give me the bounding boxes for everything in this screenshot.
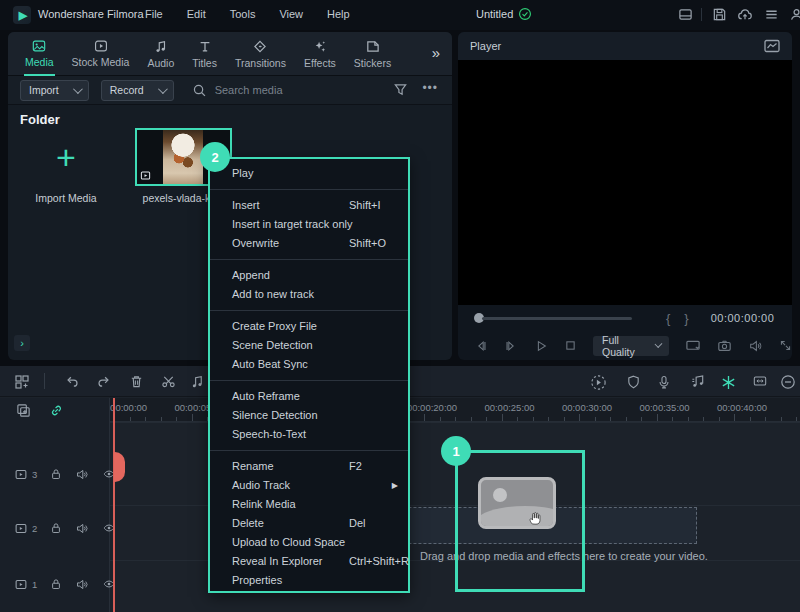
save-icon[interactable] <box>712 7 727 22</box>
tab-effects[interactable]: Effects <box>295 32 345 76</box>
menu-item-overwrite[interactable]: OverwriteShift+O <box>210 234 408 253</box>
mute-track-icon[interactable] <box>75 578 89 591</box>
render-preview-icon[interactable] <box>590 374 607 391</box>
lock-track-icon[interactable] <box>50 577 62 591</box>
audio-mixer-icon[interactable] <box>690 374 706 389</box>
ruler-tick <box>781 417 782 421</box>
ruler-tick <box>641 417 642 421</box>
playhead-grip[interactable] <box>114 452 125 482</box>
fullscreen-icon[interactable] <box>779 339 792 352</box>
menu-edit[interactable]: Edit <box>187 8 206 20</box>
delete-trash-icon[interactable] <box>129 374 144 389</box>
lock-track-icon[interactable] <box>50 467 62 481</box>
placeholder-sun <box>493 488 507 502</box>
next-frame-icon[interactable] <box>504 339 518 353</box>
fit-timeline-icon[interactable] <box>752 374 768 388</box>
mark-out-icon[interactable]: } <box>684 311 688 326</box>
ruler-tick <box>688 417 689 421</box>
menu-item-label: Auto Beat Sync <box>232 358 308 370</box>
redo-icon[interactable] <box>96 374 112 389</box>
menu-tools[interactable]: Tools <box>230 8 256 20</box>
search-input[interactable] <box>215 84 395 96</box>
ruler-tick <box>750 417 751 421</box>
scopes-icon[interactable] <box>764 39 780 53</box>
mask-shield-icon[interactable] <box>626 374 641 390</box>
tab-label: Effects <box>304 57 336 69</box>
previous-frame-icon[interactable] <box>474 339 488 353</box>
volume-icon[interactable] <box>748 339 763 353</box>
more-tabs-icon[interactable]: » <box>432 44 440 61</box>
menu-item-silence-detection[interactable]: Silence Detection <box>210 406 408 425</box>
menu-item-add-to-new-track[interactable]: Add to new track <box>210 285 408 304</box>
filter-icon[interactable] <box>393 82 408 97</box>
tab-titles[interactable]: Titles <box>183 32 226 76</box>
menu-item-auto-beat-sync[interactable]: Auto Beat Sync <box>210 355 408 374</box>
voiceover-mic-icon[interactable] <box>657 374 671 390</box>
workspace-grid-icon[interactable] <box>14 374 30 390</box>
tab-audio[interactable]: Audio <box>138 32 183 76</box>
menu-item-properties[interactable]: Properties <box>210 571 408 590</box>
more-options-icon[interactable]: ••• <box>422 81 438 95</box>
tab-transitions[interactable]: Transitions <box>226 32 295 76</box>
dragged-media-placeholder[interactable] <box>478 477 556 529</box>
tab-media[interactable]: Media <box>16 32 63 76</box>
keyframe-sparkle-icon[interactable] <box>720 374 737 391</box>
split-scissors-icon[interactable] <box>161 374 176 389</box>
menu-item-rename[interactable]: RenameF2 <box>210 457 408 476</box>
undo-icon[interactable] <box>64 374 80 389</box>
menu-item-relink-media[interactable]: Relink Media <box>210 495 408 514</box>
tab-stickers[interactable]: Stickers <box>345 32 400 76</box>
stop-icon[interactable] <box>564 339 577 352</box>
import-media-tile[interactable]: + <box>20 128 112 186</box>
audio-icon <box>154 39 168 54</box>
menu-item-speech-to-text[interactable]: Speech-to-Text <box>210 425 408 444</box>
mark-in-icon[interactable]: { <box>666 311 670 326</box>
menu-item-scene-detection[interactable]: Scene Detection <box>210 336 408 355</box>
menu-item-insert-in-target-track-only[interactable]: Insert in target track only <box>210 215 408 234</box>
cloud-upload-icon[interactable] <box>737 7 753 22</box>
menu-item-auto-reframe[interactable]: Auto Reframe <box>210 387 408 406</box>
lock-track-icon[interactable] <box>50 521 62 535</box>
menu-item-audio-track[interactable]: Audio Track▶ <box>210 476 408 495</box>
collapse-panel-icon[interactable]: › <box>14 335 30 351</box>
import-dropdown[interactable]: Import <box>20 80 89 101</box>
marker-icon[interactable] <box>190 374 205 389</box>
ruler-timecode: 00:00:20:00 <box>407 402 457 413</box>
menu-item-append[interactable]: Append <box>210 266 408 285</box>
menu-file[interactable]: File <box>145 8 163 20</box>
snapshot-camera-icon[interactable] <box>717 339 732 353</box>
placeholder-mountain <box>478 506 556 529</box>
user-account-icon[interactable] <box>789 7 800 22</box>
ruler-tick <box>130 417 131 421</box>
menu-item-upload-to-cloud-space[interactable]: Upload to Cloud Space <box>210 533 408 552</box>
hamburger-menu-icon[interactable] <box>764 7 779 22</box>
mute-track-icon[interactable] <box>75 522 89 535</box>
ruler-tick <box>471 417 472 421</box>
playhead-line[interactable] <box>113 398 115 612</box>
menu-item-label: Audio Track <box>232 479 290 491</box>
layout-icon[interactable] <box>678 7 693 22</box>
menu-help[interactable]: Help <box>327 8 350 20</box>
menu-view[interactable]: View <box>279 8 303 20</box>
tab-label: Stickers <box>354 57 391 69</box>
stickers-icon <box>365 39 380 54</box>
menu-separator <box>210 380 408 381</box>
menu-item-reveal-in-explorer[interactable]: Reveal In ExplorerCtrl+Shift+R <box>210 552 408 571</box>
record-dropdown[interactable]: Record <box>101 80 174 101</box>
menu-item-create-proxy-file[interactable]: Create Proxy File <box>210 317 408 336</box>
menu-item-play[interactable]: Play <box>210 164 408 183</box>
ruler-tick <box>192 414 193 421</box>
ruler-tick <box>719 417 720 421</box>
media-icon <box>31 39 47 53</box>
tab-stock-media[interactable]: Stock Media <box>63 32 139 76</box>
menu-item-delete[interactable]: DeleteDel <box>210 514 408 533</box>
menu-item-insert[interactable]: InsertShift+I <box>210 196 408 215</box>
seek-track[interactable] <box>482 317 632 320</box>
zoom-out-icon[interactable] <box>780 374 796 390</box>
quality-dropdown[interactable]: Full Quality <box>593 336 669 356</box>
auto-ripple-link-icon[interactable] <box>49 403 64 418</box>
add-track-icon[interactable] <box>16 403 31 418</box>
play-icon[interactable] <box>534 339 548 353</box>
display-device-icon[interactable] <box>685 338 701 353</box>
mute-track-icon[interactable] <box>75 468 89 481</box>
